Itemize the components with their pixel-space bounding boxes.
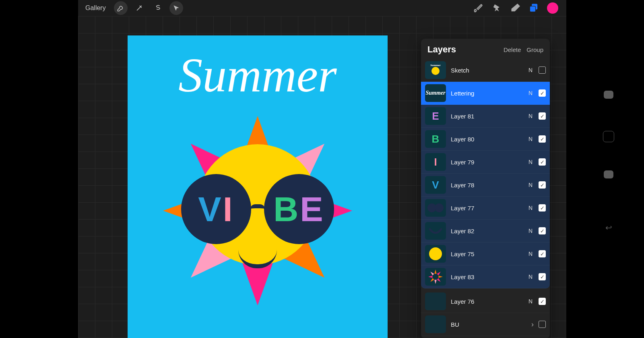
lens-right: BE: [264, 174, 334, 244]
visibility-checkbox[interactable]: [539, 321, 546, 328]
visibility-checkbox[interactable]: ✓: [539, 298, 546, 305]
canvas-area[interactable]: Summer VI BE Layers De: [78, 16, 566, 338]
svg-marker-21: [434, 270, 436, 274]
svg-marker-17: [434, 280, 436, 284]
transform-arrow-icon[interactable]: [169, 1, 183, 15]
layer-name-label: Layer 81: [451, 113, 522, 120]
letter-v: V: [198, 189, 223, 229]
layer-row[interactable]: ILayer 79N✓: [421, 151, 550, 174]
sidebar-sliders: ↩: [604, 95, 613, 232]
chevron-right-icon[interactable]: ›: [531, 320, 534, 329]
layer-name-label: Lettering: [451, 90, 522, 97]
layer-name-label: Layer 83: [451, 274, 522, 280]
svg-rect-1: [530, 6, 536, 12]
layer-name-label: Layer 78: [451, 182, 522, 189]
layer-name-label: BU: [451, 321, 526, 328]
selection-s-icon[interactable]: [151, 1, 165, 15]
visibility-checkbox[interactable]: ✓: [539, 227, 546, 234]
layer-name-label: Layer 76: [451, 298, 522, 305]
layer-thumbnail: [425, 199, 446, 217]
blend-mode-indicator[interactable]: N: [527, 159, 534, 165]
visibility-checkbox[interactable]: ✓: [539, 181, 546, 189]
svg-marker-15: [439, 276, 443, 278]
svg-point-23: [433, 274, 438, 280]
layer-thumbnail: V: [425, 176, 446, 194]
artwork-canvas: Summer VI BE: [128, 35, 388, 338]
layer-name-label: Layer 79: [451, 159, 522, 166]
blend-mode-indicator[interactable]: N: [527, 113, 534, 119]
layer-row[interactable]: BLayer 80N✓: [421, 128, 550, 151]
layer-thumbnail: E: [425, 107, 446, 125]
blend-mode-indicator[interactable]: N: [527, 205, 534, 211]
layer-thumbnail: Summer: [425, 84, 446, 102]
svg-point-13: [435, 203, 444, 212]
layers-title: Layers: [427, 44, 498, 55]
layer-name-label: Layer 75: [451, 251, 522, 257]
visibility-checkbox[interactable]: ✓: [539, 204, 546, 212]
visibility-checkbox[interactable]: ✓: [539, 112, 546, 120]
visibility-checkbox[interactable]: ✓: [539, 250, 546, 257]
app-window: Gallery: [78, 0, 566, 338]
layer-row[interactable]: SummerSketchN: [421, 59, 550, 82]
lens-left: VI: [181, 174, 251, 244]
blend-mode-indicator[interactable]: N: [527, 228, 534, 234]
layer-thumbnail: [425, 222, 446, 240]
blend-mode-indicator[interactable]: N: [527, 298, 534, 305]
blend-mode-indicator[interactable]: N: [527, 274, 534, 280]
svg-point-10: [431, 67, 440, 75]
eraser-icon[interactable]: [510, 2, 521, 14]
layers-delete-button[interactable]: Delete: [504, 46, 521, 53]
top-toolbar: Gallery: [78, 0, 566, 16]
smudge-icon[interactable]: [491, 2, 503, 14]
layer-name-label: Layer 82: [451, 228, 522, 234]
layers-panel: Layers Delete Group SummerSketchNSummerL…: [421, 39, 550, 338]
layer-thumbnail: [425, 245, 446, 263]
layer-thumbnail: I: [425, 153, 446, 171]
layer-row[interactable]: VLayer 78N✓: [421, 174, 550, 197]
layer-row[interactable]: Layer 82N✓: [421, 220, 550, 243]
layer-row[interactable]: ELayer 81N✓: [421, 105, 550, 128]
layers-group-button[interactable]: Group: [526, 46, 543, 53]
adjustments-wand-icon[interactable]: [132, 1, 146, 15]
modifier-button[interactable]: [603, 131, 614, 142]
blend-mode-indicator[interactable]: N: [527, 90, 534, 96]
blend-mode-indicator[interactable]: N: [527, 67, 534, 73]
sunglasses: VI BE: [181, 174, 334, 244]
glasses-bridge: [250, 204, 265, 211]
svg-point-14: [429, 247, 442, 260]
letter-e: E: [300, 189, 324, 229]
layer-row[interactable]: Layer 83N✓: [421, 265, 550, 288]
visibility-checkbox[interactable]: [539, 66, 546, 74]
blend-mode-indicator[interactable]: N: [527, 251, 534, 257]
gallery-button[interactable]: Gallery: [82, 2, 109, 14]
layer-name-label: Sketch: [451, 67, 522, 74]
visibility-checkbox[interactable]: ✓: [539, 273, 546, 280]
visibility-checkbox[interactable]: ✓: [539, 135, 546, 143]
layer-name-label: Layer 80: [451, 136, 522, 143]
visibility-checkbox[interactable]: ✓: [539, 158, 546, 166]
layer-thumbnail: Summer: [425, 61, 446, 79]
svg-marker-19: [428, 276, 432, 278]
brush-icon[interactable]: [473, 2, 484, 14]
blend-mode-indicator[interactable]: N: [527, 182, 534, 188]
color-swatch[interactable]: [547, 2, 558, 14]
layer-row[interactable]: BU›: [421, 313, 550, 336]
layers-header: Layers Delete Group: [421, 39, 550, 59]
summer-lettering: Summer: [128, 48, 388, 103]
layer-name-label: Layer 77: [451, 205, 522, 212]
layer-row[interactable]: SummerLetteringN✓: [421, 82, 550, 105]
brush-size-slider[interactable]: [604, 95, 613, 99]
layer-thumbnail: B: [425, 130, 446, 148]
layer-row[interactable]: Layer 77N✓: [421, 197, 550, 220]
layers-list[interactable]: SummerSketchNSummerLetteringN✓ELayer 81N…: [421, 59, 550, 338]
brush-opacity-slider[interactable]: [604, 174, 613, 178]
layer-thumbnail: [425, 268, 446, 286]
actions-wrench-icon[interactable]: [114, 1, 128, 15]
layer-row[interactable]: Layer 75N✓: [421, 243, 550, 265]
undo-icon[interactable]: ↩: [605, 223, 612, 232]
layer-thumbnail: [425, 292, 446, 310]
blend-mode-indicator[interactable]: N: [527, 136, 534, 142]
layer-row[interactable]: Layer 76N✓: [421, 290, 550, 313]
visibility-checkbox[interactable]: ✓: [539, 89, 546, 97]
layers-icon[interactable]: [528, 2, 540, 14]
